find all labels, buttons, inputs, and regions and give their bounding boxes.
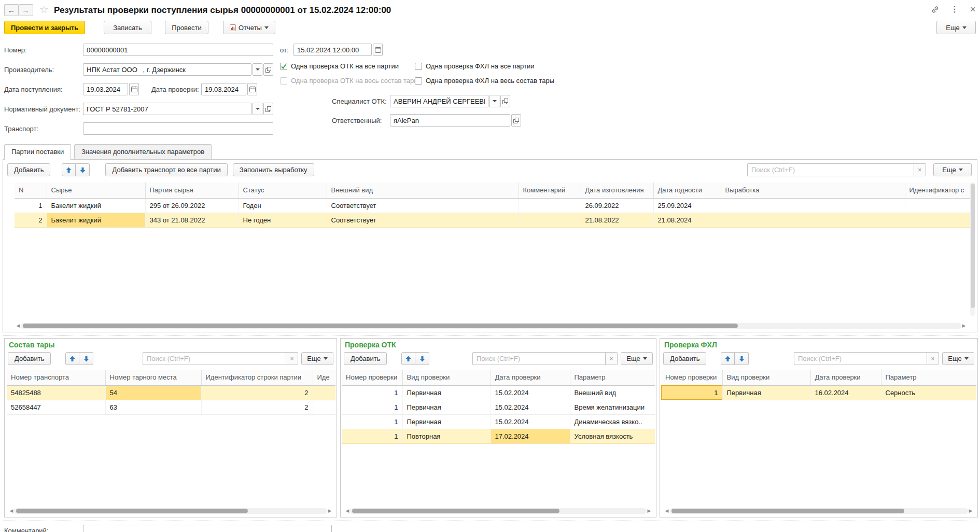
check-date-calendar-button[interactable] [247, 83, 257, 95]
otk-search-input[interactable] [472, 352, 606, 365]
column-header[interactable]: Дата проверки [810, 370, 881, 385]
scrollbar-right-arrow[interactable]: ▶ [968, 509, 973, 513]
containers-table[interactable]: Номер транспорта Номер тарного места Иде… [7, 370, 335, 415]
cell-check-number[interactable]: 1 [342, 414, 402, 429]
column-header[interactable]: Комментарий [519, 183, 581, 198]
cell-output[interactable] [721, 213, 905, 227]
cell-material[interactable]: Бакелит жидкий [47, 198, 145, 213]
fhl-move-down-button[interactable] [735, 352, 749, 365]
scrollbar-thumb[interactable] [671, 509, 904, 513]
column-header[interactable]: Вид проверки [402, 370, 491, 385]
responsible-open-button[interactable] [511, 114, 521, 127]
cell-parameter[interactable]: Внешний вид [570, 385, 655, 400]
close-icon[interactable]: × [970, 5, 976, 13]
splitter[interactable] [3, 335, 977, 335]
transport-field[interactable] [83, 122, 273, 135]
fhl-more-button[interactable]: Еще [942, 352, 974, 365]
column-header[interactable]: Иде [313, 370, 335, 385]
doc-date-field[interactable] [293, 44, 372, 56]
otk-row-4-selected[interactable]: 1 Повторная 17.02.2024 Условная вязкость [342, 429, 655, 443]
batches-clear-search-button[interactable]: × [914, 163, 926, 176]
cell-appearance[interactable]: Соответствует [327, 198, 519, 213]
column-header[interactable]: Параметр [570, 370, 655, 385]
cell-check-kind[interactable]: Первичная [402, 400, 491, 414]
containers-row-2[interactable]: 52658447 63 2 [7, 400, 335, 414]
batches-move-down-button[interactable] [76, 163, 90, 176]
scrollbar-track[interactable] [669, 508, 968, 514]
tab-batches[interactable]: Партии поставки [4, 144, 71, 160]
containers-clear-search-button[interactable]: × [286, 352, 298, 365]
fhl-search-input[interactable] [794, 352, 927, 365]
column-header[interactable]: Номер проверки [661, 370, 722, 385]
cell-identifier[interactable] [905, 213, 972, 227]
cell-parameter[interactable]: Динамическая вязко.. [570, 414, 655, 429]
cell-check-number[interactable]: 1 [342, 385, 402, 400]
doc-date-calendar-button[interactable] [373, 44, 383, 56]
batches-add-button[interactable]: Добавить [7, 163, 50, 176]
batches-h-scrollbar[interactable]: ◀ ▶ [16, 323, 967, 329]
cell-check-number-selected[interactable]: 1 [661, 385, 722, 400]
scrollbar-thumb[interactable] [971, 184, 975, 308]
receipt-date-field[interactable] [83, 83, 128, 95]
cell-transport-number[interactable]: 54825488 [7, 385, 105, 400]
cell-batch-row-id[interactable]: 2 [201, 400, 313, 414]
cell-transport-number[interactable]: 52658447 [7, 400, 105, 414]
manufacturer-open-button[interactable] [263, 63, 273, 76]
cell-check-kind[interactable]: Первичная [402, 414, 491, 429]
containers-add-button[interactable]: Добавить [8, 352, 51, 365]
cell-extra[interactable] [313, 400, 335, 414]
column-header[interactable]: Дата проверки [491, 370, 570, 385]
otk-move-down-button[interactable] [415, 352, 429, 365]
cell-comment[interactable] [519, 198, 581, 213]
post-and-close-button[interactable]: Провести и закрыть [4, 21, 85, 34]
otk-specialist-dropdown-button[interactable] [489, 95, 499, 107]
tab-extra-params[interactable]: Значения дополнительных параметров [74, 144, 212, 159]
scrollbar-thumb[interactable] [352, 509, 559, 513]
cell-check-number[interactable]: 1 [342, 400, 402, 414]
scrollbar-right-arrow[interactable]: ▶ [961, 324, 967, 328]
fhl-add-button[interactable]: Добавить [663, 352, 706, 365]
containers-more-button[interactable]: Еще [301, 352, 333, 365]
cell-parameter[interactable]: Серность [881, 385, 976, 400]
receipt-date-calendar-button[interactable] [129, 83, 139, 95]
normative-doc-open-button[interactable] [263, 103, 273, 115]
scrollbar-right-arrow[interactable]: ▶ [647, 509, 652, 513]
check-date-field[interactable] [201, 83, 246, 95]
containers-move-up-button[interactable] [65, 352, 79, 365]
column-header[interactable]: Идентификатор строки партии [201, 370, 313, 385]
cell-check-kind[interactable]: Повторная [402, 429, 491, 443]
cell-check-date-selected[interactable]: 17.02.2024 [491, 429, 570, 443]
otk-clear-search-button[interactable]: × [606, 352, 618, 365]
scrollbar-right-arrow[interactable]: ▶ [327, 509, 332, 513]
column-header[interactable]: Номер проверки [342, 370, 402, 385]
otk-row-1[interactable]: 1 Первичная 15.02.2024 Внешний вид [342, 385, 655, 400]
comment-field[interactable] [83, 525, 332, 532]
scrollbar-track[interactable] [14, 508, 327, 514]
cell-comment[interactable] [519, 213, 581, 227]
checkbox-fhl-all-containers[interactable]: Одна проверка ФХЛ на весь состав тары [415, 77, 554, 85]
cell-material-selected[interactable]: Бакелит жидкий [47, 213, 145, 227]
cell-container-place[interactable]: 63 [105, 400, 201, 414]
cell-check-kind[interactable]: Первичная [402, 385, 491, 400]
cell-check-date[interactable]: 15.02.2024 [491, 385, 570, 400]
column-header[interactable]: Номер транспорта [7, 370, 105, 385]
checkbox-otk-all-batches[interactable]: Одна проверка ОТК на все партии [280, 62, 399, 70]
link-icon[interactable] [931, 6, 939, 13]
cell-extra[interactable] [313, 385, 335, 400]
column-header[interactable]: Выработка [721, 183, 905, 198]
scrollbar-left-arrow[interactable]: ◀ [16, 324, 21, 328]
cell-container-place-selected[interactable]: 54 [105, 385, 201, 400]
otk-specialist-field[interactable] [390, 95, 488, 107]
fhl-row-1-selected[interactable]: 1 Первичная 16.02.2024 Серность [661, 385, 976, 400]
cell-batch-row-id[interactable]: 2 [201, 385, 313, 400]
otk-specialist-open-button[interactable] [500, 95, 510, 107]
cell-made-date[interactable]: 26.09.2022 [581, 198, 653, 213]
cell-appearance[interactable]: Соответствует [327, 213, 519, 227]
batches-search-input[interactable] [747, 163, 914, 176]
favorite-star-icon[interactable]: ☆ [39, 3, 49, 16]
manufacturer-dropdown-button[interactable] [253, 63, 262, 76]
number-field[interactable] [83, 44, 273, 56]
normative-doc-dropdown-button[interactable] [253, 103, 262, 115]
cell-output[interactable] [721, 198, 905, 213]
otk-row-2[interactable]: 1 Первичная 15.02.2024 Время желатинизац… [342, 400, 655, 414]
